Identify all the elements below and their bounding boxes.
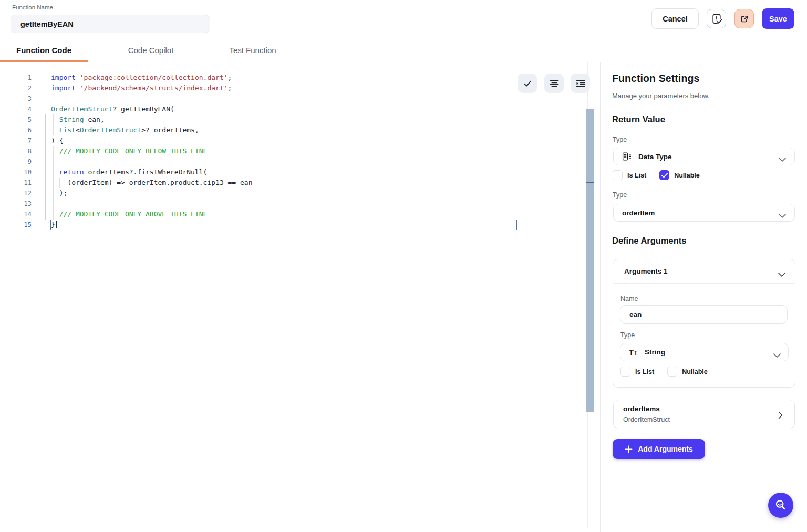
return-type-value: Data Type	[638, 153, 672, 161]
validate-code-button[interactable]	[707, 9, 726, 28]
nullable-checkbox[interactable]	[659, 170, 669, 180]
code-line[interactable]: 5 String ean,	[0, 114, 517, 125]
return-subtype-value: orderItem	[622, 209, 655, 217]
code-text: import 'package:collection/collection.da…	[51, 72, 232, 83]
chevron-down-icon	[779, 211, 786, 220]
argument-type-dropdown[interactable]: TT String	[620, 343, 789, 361]
code-line[interactable]: 14 /// MODIFY CODE ONLY ABOVE THIS LINE	[0, 209, 517, 220]
line-number: 8	[0, 146, 32, 157]
code-text: );	[51, 188, 67, 199]
panel-subtitle: Manage your parameters below.	[612, 92, 710, 100]
return-type-dropdown[interactable]: Data Type	[613, 148, 795, 165]
code-line[interactable]: 11 (orderItem) => orderItem.product.cip1…	[0, 178, 517, 188]
line-number: 15	[0, 220, 32, 230]
function-name-value: getItemByEAN	[20, 20, 74, 28]
code-text: /// MODIFY CODE ONLY ABOVE THIS LINE	[51, 209, 207, 220]
indent-icon	[575, 78, 586, 89]
code-text: /// MODIFY CODE ONLY BELOW THIS LINE	[51, 146, 207, 157]
cancel-button[interactable]: Cancel	[651, 8, 699, 29]
code-line[interactable]: 3	[0, 93, 517, 104]
code-text: (orderItem) => orderItem.product.cip13 =…	[51, 178, 253, 188]
search-magnifier-icon	[774, 498, 788, 512]
code-line[interactable]: 13	[0, 199, 517, 209]
function-name-input[interactable]: getItemByEAN	[11, 15, 210, 33]
open-in-new-window-button[interactable]	[734, 9, 754, 28]
save-button[interactable]: Save	[762, 8, 794, 29]
line-number: 6	[0, 125, 32, 135]
argument-name-value: ean	[629, 310, 642, 318]
return-type-label: Type	[613, 136, 627, 143]
indent-code-button[interactable]	[571, 74, 590, 93]
chevron-down-icon	[778, 269, 785, 279]
code-text: OrderItemStruct? getItemByEAN(	[51, 104, 174, 114]
collapsed-argument-type: OrderItemStruct	[623, 416, 670, 423]
code-line[interactable]: 4OrderItemStruct? getItemByEAN(	[0, 104, 517, 114]
argument-name-input[interactable]: ean	[620, 305, 788, 324]
align-center-lines-icon	[549, 78, 560, 89]
line-number: 10	[0, 167, 32, 178]
code-line[interactable]: 7) {	[0, 135, 517, 146]
code-line[interactable]: 8 /// MODIFY CODE ONLY BELOW THIS LINE	[0, 146, 517, 157]
code-text: ) {	[51, 135, 63, 146]
chevron-down-icon	[773, 350, 781, 360]
check-icon	[522, 78, 533, 89]
tab-code-copilot[interactable]: Code Copilot	[88, 38, 214, 62]
code-text: import '/backend/schema/structs/index.da…	[51, 83, 232, 93]
scrollbar-thumb[interactable]	[586, 109, 594, 412]
is-list-label: Is List	[627, 172, 646, 179]
return-subtype-label: Type	[613, 191, 627, 199]
line-number: 13	[0, 199, 32, 209]
code-lines: 1import 'package:collection/collection.d…	[0, 72, 517, 230]
code-line[interactable]: 10 return orderItems?.firstWhereOrNull(	[0, 167, 517, 178]
document-check-icon	[711, 13, 722, 25]
is-list-checkbox[interactable]	[613, 170, 623, 180]
define-arguments-heading: Define Arguments	[612, 236, 687, 246]
argument-is-list-checkbox[interactable]	[620, 367, 630, 377]
tab-function-code[interactable]: Function Code	[0, 38, 88, 62]
data-type-icon	[622, 152, 632, 161]
line-number: 9	[0, 157, 32, 167]
argument-card: Arguments 1 Name ean Type TT String	[613, 259, 795, 388]
text-cursor	[56, 221, 57, 228]
format-check-button[interactable]	[518, 74, 537, 93]
code-line[interactable]: 1import 'package:collection/collection.d…	[0, 72, 517, 83]
code-text: }	[50, 220, 517, 230]
argument-card-title: Arguments 1	[624, 267, 668, 275]
code-editor[interactable]: 1import 'package:collection/collection.d…	[0, 62, 601, 532]
line-number: 14	[0, 209, 32, 220]
line-number: 2	[0, 83, 32, 93]
chevron-right-icon	[778, 411, 783, 421]
code-line[interactable]: 2import '/backend/schema/structs/index.d…	[0, 83, 517, 93]
line-number: 3	[0, 93, 32, 104]
code-text: String ean,	[51, 114, 105, 125]
add-arguments-button[interactable]: Add Arguments	[613, 439, 705, 459]
tab-label: Test Function	[229, 46, 276, 55]
argument-nullable-label: Nullable	[682, 368, 708, 375]
code-line[interactable]: 9	[0, 157, 517, 167]
line-number: 5	[0, 114, 32, 125]
tab-test-function[interactable]: Test Function	[214, 38, 292, 62]
return-subtype-dropdown[interactable]: orderItem	[613, 204, 795, 222]
function-settings-panel: Function Settings Manage your parameters…	[601, 62, 807, 532]
search-help-fab[interactable]	[768, 493, 793, 518]
code-line[interactable]: 6 List<OrderItemStruct>? orderItems,	[0, 125, 517, 135]
collapsed-argument-row[interactable]: orderItems OrderItemStruct	[613, 400, 795, 429]
editor-tab-bar: Function Code Code Copilot Test Function	[0, 38, 807, 62]
scrollbar-cursor-marker	[586, 182, 594, 183]
tab-label: Function Code	[16, 46, 71, 55]
align-code-button[interactable]	[544, 74, 564, 93]
code-line[interactable]: 12 );	[0, 188, 517, 199]
return-value-heading: Return Value	[612, 114, 665, 124]
argument-card-header[interactable]: Arguments 1	[613, 259, 795, 284]
argument-type-value: String	[645, 348, 665, 356]
argument-nullable-checkbox[interactable]	[667, 367, 677, 377]
chevron-down-icon	[779, 154, 786, 164]
plus-icon	[625, 445, 633, 453]
code-text: List<OrderItemStruct>? orderItems,	[51, 125, 199, 135]
text-letter-icon: TT	[629, 348, 637, 356]
line-number: 11	[0, 178, 32, 188]
nullable-label: Nullable	[674, 172, 700, 179]
code-line[interactable]: 15}	[0, 220, 517, 230]
panel-title: Function Settings	[612, 72, 699, 85]
tab-label: Code Copilot	[128, 46, 174, 55]
